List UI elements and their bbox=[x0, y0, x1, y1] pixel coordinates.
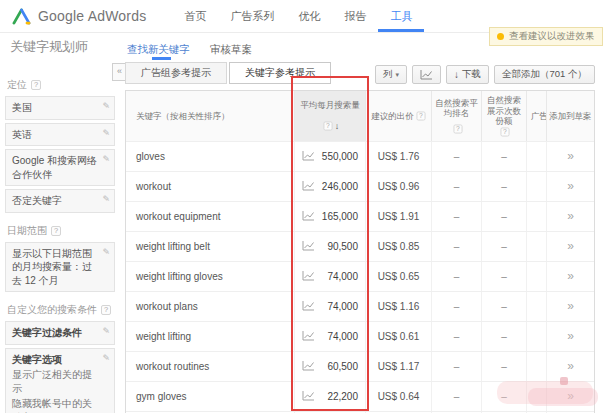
search-settings-sidebar: 定位 ? 美国 ✎ 英语 ✎ Google 和搜索网络合作伙伴 ✎ 否定关键字 … bbox=[5, 78, 115, 413]
download-icon: ↓ bbox=[454, 69, 459, 80]
nav-item-home[interactable]: 首页 bbox=[172, 0, 218, 32]
header-ad-impression-share[interactable]: 广告展 bbox=[526, 91, 546, 141]
ad-share-cell bbox=[526, 292, 546, 321]
organic-rank-cell: – bbox=[431, 292, 481, 321]
add-to-plan-button[interactable]: » bbox=[546, 322, 594, 351]
trend-chart-icon[interactable] bbox=[302, 301, 315, 311]
edit-pencil-icon[interactable]: ✎ bbox=[102, 153, 110, 165]
date-range-box[interactable]: 显示以下日期范围的月均搜索量：过去 12 个月 ✎ bbox=[5, 242, 115, 293]
trend-chart-icon[interactable] bbox=[302, 151, 315, 161]
organic-share-cell: – bbox=[481, 322, 526, 351]
targeting-language-box[interactable]: 英语 ✎ bbox=[5, 123, 115, 147]
edit-pencil-icon[interactable]: ✎ bbox=[102, 325, 110, 337]
ad-share-cell bbox=[526, 202, 546, 231]
trend-chart-icon[interactable] bbox=[302, 181, 315, 191]
trend-chart-icon[interactable] bbox=[302, 391, 315, 401]
active-link-indicator bbox=[152, 57, 171, 60]
organic-share-cell: – bbox=[481, 202, 526, 231]
organic-rank-cell: – bbox=[431, 142, 481, 171]
search-volume-cell: 550,000 bbox=[294, 142, 365, 171]
targeting-network-box[interactable]: Google 和搜索网络合作伙伴 ✎ bbox=[5, 149, 115, 186]
keyword-option-line: 显示广泛相关的提示 bbox=[12, 368, 99, 395]
columns-button[interactable]: 列 ▾ bbox=[375, 65, 407, 84]
organic-rank-cell: – bbox=[431, 232, 481, 261]
add-all-button[interactable]: 全部添加（701 个） bbox=[494, 65, 595, 84]
page-title: 关键字规划师 bbox=[10, 38, 88, 56]
search-volume-value: 246,000 bbox=[322, 181, 358, 192]
targeting-section-label: 定位 ? bbox=[7, 78, 115, 92]
tab-ad-group-ideas[interactable]: 广告组参考提示 bbox=[125, 62, 227, 84]
add-to-plan-button[interactable]: » bbox=[546, 202, 594, 231]
download-button[interactable]: ↓ 下载 bbox=[446, 65, 489, 84]
suggested-bid-cell: US$ 0.96 bbox=[365, 172, 431, 201]
add-to-plan-button[interactable]: » bbox=[546, 352, 594, 381]
keyword-options-box[interactable]: 关键字选项 ✎ 显示广泛相关的提示 隐藏我帐号中的关键字 隐藏我草案中的关键字 bbox=[5, 348, 115, 413]
table-row: gloves 550,000 US$ 1.76 – – » bbox=[126, 141, 594, 171]
ad-share-cell bbox=[526, 232, 546, 261]
edit-pencil-icon[interactable]: ✎ bbox=[102, 127, 110, 139]
header-organic-impression-share[interactable]: 自然搜索展示次数份额 ? bbox=[481, 91, 526, 141]
tab-keyword-ideas[interactable]: 关键字参考提示 bbox=[229, 62, 331, 84]
organic-rank-cell: – bbox=[431, 262, 481, 291]
edit-pencil-icon[interactable]: ✎ bbox=[102, 100, 110, 112]
table-row: workout plans 74,000 US$ 1.16 – – » bbox=[126, 291, 594, 321]
organic-rank-cell: – bbox=[431, 382, 481, 411]
nav-item-campaigns[interactable]: 广告系列 bbox=[218, 0, 286, 32]
help-icon[interactable]: ? bbox=[31, 80, 41, 90]
suggested-bid-cell: US$ 1.17 bbox=[365, 352, 431, 381]
trend-chart-icon[interactable] bbox=[302, 361, 315, 371]
nav-item-reports[interactable]: 报告 bbox=[332, 0, 378, 32]
header-avg-monthly-searches[interactable]: 平均每月搜索量 ? ↓ bbox=[294, 91, 365, 141]
edit-pencil-icon[interactable]: ✎ bbox=[102, 246, 110, 258]
organic-share-cell: – bbox=[481, 172, 526, 201]
search-volume-value: 74,000 bbox=[327, 331, 358, 342]
sort-descending-icon: ↓ bbox=[335, 121, 340, 132]
help-icon[interactable]: ? bbox=[501, 127, 510, 136]
search-volume-cell: 165,000 bbox=[294, 202, 365, 231]
help-icon[interactable]: ? bbox=[101, 305, 111, 315]
lightbulb-icon bbox=[497, 33, 504, 40]
chart-icon bbox=[420, 70, 433, 80]
find-keywords-link[interactable]: 查找新关键字 bbox=[127, 43, 190, 57]
trend-chart-icon[interactable] bbox=[302, 241, 315, 251]
add-to-plan-button[interactable]: » bbox=[546, 292, 594, 321]
brand-name: Google AdWords bbox=[38, 8, 146, 24]
add-to-plan-button[interactable]: » bbox=[546, 232, 594, 261]
negative-keywords-box[interactable]: 否定关键字 ✎ bbox=[5, 189, 115, 213]
keyword-cell: gloves bbox=[126, 142, 294, 171]
suggested-bid-cell: US$ 1.16 bbox=[365, 292, 431, 321]
add-to-plan-button[interactable]: » bbox=[546, 172, 594, 201]
table-row: workout routines 60,500 US$ 1.17 – – » bbox=[126, 351, 594, 381]
header-suggested-bid[interactable]: 建议的出价 ? bbox=[365, 91, 431, 141]
suggestion-notice[interactable]: 查看建议以改进效果 bbox=[489, 27, 603, 46]
search-volume-cell: 74,000 bbox=[294, 322, 365, 351]
nav-item-tools[interactable]: 工具 bbox=[378, 0, 424, 32]
header-organic-avg-position[interactable]: 自然搜索平均排名 ? bbox=[431, 91, 481, 141]
trend-chart-icon[interactable] bbox=[302, 211, 315, 221]
review-draft-link[interactable]: 审核草案 bbox=[210, 43, 252, 57]
organic-share-cell: – bbox=[481, 352, 526, 381]
help-icon[interactable]: ? bbox=[51, 226, 61, 236]
keyword-cell: weight lifting bbox=[126, 322, 294, 351]
keyword-option-line: 隐藏我帐号中的关键字 bbox=[12, 397, 99, 413]
targeting-location-box[interactable]: 美国 ✎ bbox=[5, 96, 115, 120]
edit-pencil-icon[interactable]: ✎ bbox=[102, 352, 110, 364]
trend-chart-icon[interactable] bbox=[302, 271, 315, 281]
trend-chart-icon[interactable] bbox=[302, 331, 315, 341]
results-tab-bar: 广告组参考提示 关键字参考提示 列 ▾ ↓ 下载 全部添加（701 个） bbox=[125, 62, 595, 84]
ad-share-cell bbox=[526, 172, 546, 201]
organic-rank-cell: – bbox=[431, 172, 481, 201]
customize-section-label: 自定义您的搜索条件 ? bbox=[7, 303, 115, 317]
organic-share-cell: – bbox=[481, 262, 526, 291]
help-icon[interactable]: ? bbox=[323, 122, 332, 131]
add-to-plan-button[interactable]: » bbox=[546, 262, 594, 291]
ad-share-cell bbox=[526, 322, 546, 351]
chart-view-button[interactable] bbox=[412, 65, 441, 84]
help-icon[interactable]: ? bbox=[416, 111, 425, 120]
keyword-filters-box[interactable]: 关键字过滤条件 ✎ bbox=[5, 321, 115, 345]
edit-pencil-icon[interactable]: ✎ bbox=[102, 193, 110, 205]
help-icon[interactable]: ? bbox=[453, 125, 462, 134]
nav-item-optimize[interactable]: 优化 bbox=[286, 0, 332, 32]
search-volume-value: 60,500 bbox=[327, 361, 358, 372]
add-to-plan-button[interactable]: » bbox=[546, 142, 594, 171]
